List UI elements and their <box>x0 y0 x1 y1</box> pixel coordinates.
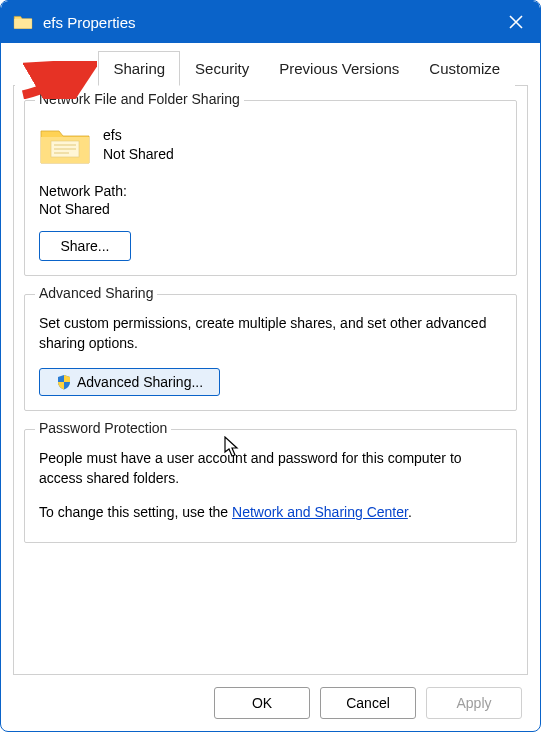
tab-pane-sharing: Network File and Folder Sharing efs Not … <box>13 86 528 675</box>
tab-customize[interactable]: Customize <box>414 51 515 86</box>
tab-strip: General Sharing Security Previous Versio… <box>13 51 528 86</box>
window-title: efs Properties <box>43 14 492 31</box>
group-legend: Advanced Sharing <box>35 285 157 301</box>
group-advanced-sharing: Advanced Sharing Set custom permissions,… <box>24 294 517 411</box>
password-desc1: People must have a user account and pass… <box>39 448 502 489</box>
network-path-value: Not Shared <box>39 201 502 217</box>
close-button[interactable] <box>492 1 540 43</box>
share-button[interactable]: Share... <box>39 231 131 261</box>
advanced-sharing-button[interactable]: Advanced Sharing... <box>39 368 220 396</box>
shield-icon <box>56 374 72 390</box>
folder-large-icon <box>39 123 91 167</box>
advanced-sharing-button-label: Advanced Sharing... <box>77 374 203 390</box>
close-icon <box>509 15 523 29</box>
password-desc2: To change this setting, use the Network … <box>39 502 502 522</box>
ok-button[interactable]: OK <box>214 687 310 719</box>
apply-button[interactable]: Apply <box>426 687 522 719</box>
tab-general[interactable]: General <box>15 51 98 86</box>
cancel-button[interactable]: Cancel <box>320 687 416 719</box>
advanced-desc: Set custom permissions, create multiple … <box>39 313 502 354</box>
tab-security[interactable]: Security <box>180 51 264 86</box>
titlebar: efs Properties <box>1 1 540 43</box>
network-path-label: Network Path: <box>39 183 502 199</box>
share-status: Not Shared <box>103 145 174 164</box>
group-legend: Password Protection <box>35 420 171 436</box>
group-password-protection: Password Protection People must have a u… <box>24 429 517 544</box>
folder-icon <box>13 14 33 30</box>
dialog-buttons: OK Cancel Apply <box>13 675 528 731</box>
tab-sharing[interactable]: Sharing <box>98 51 180 86</box>
tab-previous-versions[interactable]: Previous Versions <box>264 51 414 86</box>
group-legend: Network File and Folder Sharing <box>35 91 244 107</box>
group-network-sharing: Network File and Folder Sharing efs Not … <box>24 100 517 276</box>
network-sharing-center-link[interactable]: Network and Sharing Center <box>232 504 408 520</box>
shared-folder-name: efs <box>103 126 174 145</box>
